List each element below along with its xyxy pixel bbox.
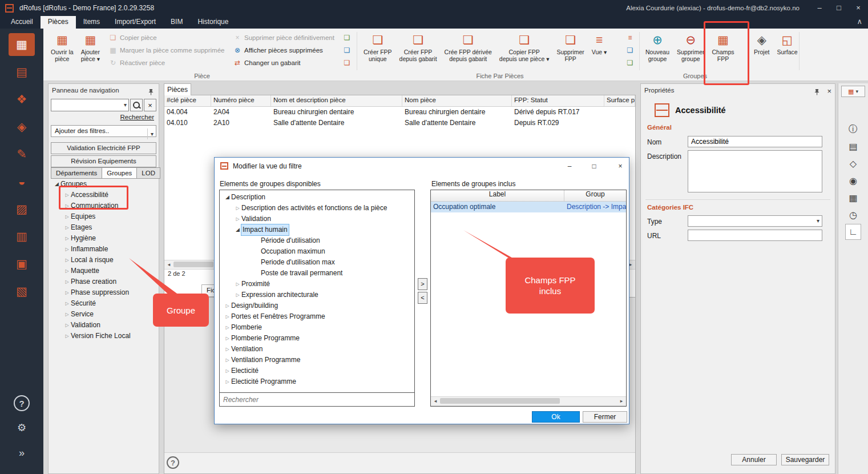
copy-room-button[interactable]: ❏ Copier pièce [107, 32, 226, 43]
saved-filter-item[interactable]: Validation Electricité FPP [51, 142, 156, 154]
model-icon[interactable]: ◇ [845, 155, 861, 171]
create-fpp-unique-button[interactable]: ❏ Créer FPP unique [361, 30, 395, 63]
scroll-left-icon[interactable]: ◂ [431, 397, 439, 404]
tree-expand-icon[interactable] [224, 333, 231, 344]
buildings-module-icon[interactable]: ▥ [9, 225, 35, 248]
pin-icon[interactable] [148, 87, 154, 99]
tree-expand-icon[interactable] [63, 331, 71, 342]
tree-expand-icon[interactable] [63, 276, 71, 287]
dialog-tree-item[interactable]: Ventilation [220, 344, 414, 355]
horizontal-scrollbar[interactable]: ◂ ▸ [431, 396, 626, 406]
copy-fpp-button[interactable]: ❏ Copier FPP depuis une pièce ▾ [496, 30, 552, 63]
delete-room-permanently-button[interactable]: × Supprimer pièce définitivement [232, 32, 336, 43]
tree-expand-icon[interactable] [63, 320, 71, 331]
info-icon[interactable]: ⓘ [845, 121, 861, 137]
search-button[interactable] [130, 99, 143, 111]
help-icon[interactable]: ? [14, 395, 30, 411]
dialog-tree-item[interactable]: Poste de travail permanent [220, 268, 414, 279]
dialog-tree-item[interactable]: Electicité [220, 365, 414, 376]
close-button[interactable]: × [611, 158, 630, 175]
create-fpp-template-button[interactable]: ❏ Créer FPP depuis gabarit [397, 30, 440, 63]
fermer-button[interactable]: Fermer [583, 411, 627, 423]
dialog-tree-item[interactable]: Plomberie [220, 322, 414, 333]
surface-button[interactable]: ◱ Surface [774, 30, 800, 57]
open-room-button[interactable]: ▦ Ouvrir la pièce [48, 30, 76, 63]
maximize-button[interactable]: □ [829, 0, 849, 16]
dialog-tree-item[interactable]: Validation [220, 214, 414, 224]
products-module-icon[interactable]: ❖ [9, 88, 35, 111]
menu-tab-pieces[interactable]: Pièces [41, 16, 76, 29]
dialog-tree-item[interactable]: Proximité [220, 279, 414, 290]
documents-module-icon[interactable]: ▧ [9, 280, 35, 303]
tab-groupes[interactable]: Groupes [102, 167, 137, 179]
tree-item[interactable]: Etages [50, 222, 158, 233]
items-module-icon[interactable]: ▤ [9, 61, 35, 83]
tree-expand-icon[interactable] [234, 203, 241, 214]
menu-tab-bim[interactable]: BIM [163, 16, 190, 29]
view-button[interactable]: ≡ Vue ▾ [589, 30, 609, 63]
menu-tab-items[interactable]: Items [76, 16, 107, 29]
cancel-button[interactable]: Annuler [731, 454, 777, 465]
help-icon[interactable]: ? [167, 456, 179, 469]
menu-tab-historique[interactable]: Historique [190, 16, 236, 29]
tree-expand-icon[interactable] [234, 214, 241, 224]
column-header[interactable]: Surface pro [604, 95, 635, 106]
minimize-button[interactable]: – [560, 158, 579, 175]
scrollbar-thumb[interactable] [440, 398, 560, 404]
finance-module-icon[interactable]: ◒ [9, 170, 35, 193]
search-input[interactable]: ▾ [51, 99, 129, 111]
packages-module-icon[interactable]: ▣ [9, 252, 35, 275]
tree-expand-icon[interactable] [63, 233, 71, 244]
fpp-tool-3-button[interactable]: ❏ [624, 57, 636, 69]
column-header[interactable]: Nom et description pièce [271, 95, 402, 106]
delete-group-button[interactable]: ⊖ Supprimer groupe [674, 30, 707, 63]
expand-icon[interactable]: » [13, 444, 30, 461]
dialog-tree-item[interactable]: Description [220, 192, 414, 203]
systems-module-icon[interactable]: ◈ [9, 115, 35, 138]
minimize-button[interactable]: – [810, 0, 829, 16]
tree-expand-icon[interactable] [224, 365, 231, 376]
tree-expand-icon[interactable] [63, 298, 71, 309]
description-field[interactable] [688, 150, 822, 192]
tree-expand-icon[interactable] [234, 290, 241, 300]
delete-fpp-button[interactable]: ❏ Supprimer FPP [554, 30, 587, 63]
report-icon[interactable]: ▦ [845, 190, 861, 206]
search-link[interactable]: Rechercher [120, 114, 154, 120]
tree-expand-icon[interactable] [63, 244, 71, 255]
tree-expand-icon[interactable] [224, 344, 231, 355]
add-room-button[interactable]: ▦ Ajouter pièce ▾ [78, 30, 103, 63]
column-header[interactable]: Nom pièce [402, 95, 512, 106]
dialog-tree-item[interactable]: Période d'utilisation [220, 235, 414, 246]
tree-expand-icon[interactable] [224, 300, 231, 311]
tree-item[interactable]: Version Fiche Local [50, 331, 158, 342]
mark-room-deleted-button[interactable]: ▦ Marquer la pièce comme supprimée [107, 45, 226, 56]
column-header[interactable]: Label [431, 190, 564, 201]
tree-item[interactable]: Equipes [50, 211, 158, 222]
nom-field[interactable] [688, 136, 822, 147]
collapse-ribbon-icon[interactable]: ∧ [857, 17, 862, 26]
tab-departements[interactable]: Départements [51, 167, 102, 179]
close-icon[interactable]: × [827, 85, 831, 98]
dialog-search-input[interactable] [220, 392, 414, 406]
add-filters-button[interactable]: Ajouter des filtres.. ▾ [51, 125, 156, 137]
move-right-button[interactable]: > [418, 278, 427, 290]
room-tool-2-button[interactable]: ❏ [341, 45, 353, 56]
menu-tab-accueil[interactable]: Accueil [3, 16, 41, 29]
tree-expand-icon[interactable] [63, 222, 71, 233]
image-icon[interactable]: ◉ [845, 172, 861, 188]
history-icon[interactable]: ◷ [845, 207, 861, 223]
settings-icon[interactable]: ⚙ [13, 419, 30, 436]
clear-search-button[interactable]: × [144, 99, 156, 111]
ok-button[interactable]: Ok [532, 411, 580, 423]
tree-expand-icon[interactable] [234, 224, 241, 235]
dialog-tree-item[interactable]: Design/building [220, 300, 414, 311]
scroll-right-icon[interactable]: ▸ [617, 397, 625, 404]
tree-expand-icon[interactable] [63, 287, 71, 298]
table-row[interactable]: 04.010 2A10 Salle d'attente Dentaire Sal… [164, 118, 635, 128]
room-tool-1-button[interactable]: ❏ [341, 32, 353, 43]
type-select[interactable]: ▾ [688, 215, 822, 227]
reactivate-room-button[interactable]: ↻ Réactiver pièce [107, 57, 226, 69]
tab-lod[interactable]: LOD [136, 167, 160, 179]
new-group-button[interactable]: ⊕ Nouveau groupe [643, 30, 672, 63]
room-tool-3-button[interactable]: ❏ [341, 57, 353, 69]
